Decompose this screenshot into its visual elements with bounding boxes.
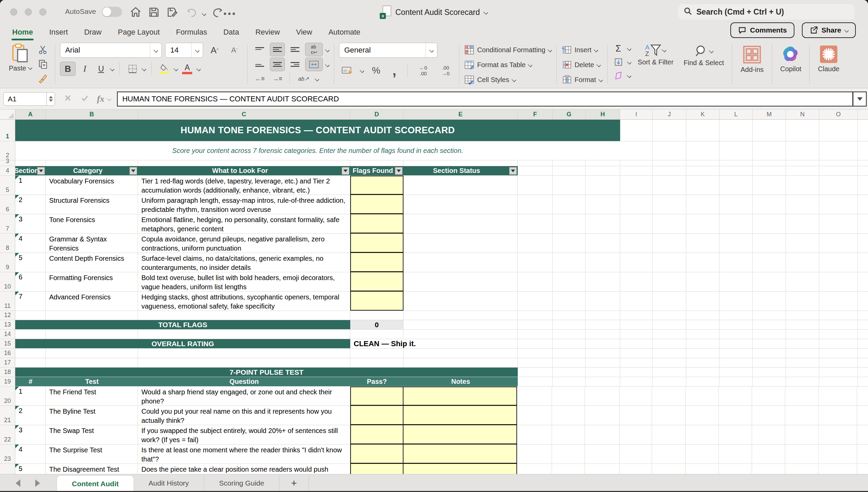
empty-cell[interactable] [553, 253, 586, 272]
close-window-button[interactable] [10, 8, 17, 16]
empty-cell[interactable] [653, 253, 686, 272]
empty-cell[interactable] [719, 425, 752, 444]
empty-cell[interactable] [653, 195, 686, 214]
col-header-N[interactable]: N [786, 110, 819, 119]
empty-cell[interactable] [653, 272, 686, 291]
empty-cell[interactable] [350, 330, 403, 339]
empty-cell[interactable] [719, 349, 753, 358]
empty-cell[interactable] [620, 141, 653, 160]
copilot-button[interactable]: Copilot [777, 45, 805, 86]
empty-cell[interactable] [818, 445, 857, 464]
empty-cell[interactable] [553, 166, 586, 175]
header-pass[interactable]: Pass? [350, 377, 403, 386]
empty-cell[interactable] [819, 292, 858, 311]
empty-cell[interactable] [686, 320, 719, 329]
row-header-12[interactable]: 12 [0, 311, 15, 320]
row-header-8[interactable]: 8 [0, 234, 15, 253]
question-cell[interactable]: Does the piece take a clear position som… [138, 464, 350, 474]
empty-cell[interactable] [686, 120, 719, 141]
empty-cell[interactable] [753, 195, 786, 214]
empty-cell[interactable] [620, 358, 653, 367]
test-name-cell[interactable]: The Byline Test [46, 406, 138, 425]
empty-cell[interactable] [752, 445, 785, 464]
empty-cell[interactable] [819, 141, 858, 160]
empty-cell[interactable] [619, 406, 652, 425]
empty-cell[interactable] [653, 377, 686, 386]
empty-cell[interactable] [586, 377, 620, 386]
empty-cell[interactable] [350, 349, 403, 358]
prev-sheet-icon[interactable] [16, 479, 20, 487]
empty-cell[interactable] [15, 349, 46, 358]
empty-cell[interactable] [719, 387, 752, 406]
accounting-format-icon[interactable]: co [339, 64, 355, 77]
formula-input[interactable]: HUMAN TONE FORENSICS — CONTENT AUDIT SCO… [117, 92, 853, 106]
empty-cell[interactable] [620, 234, 653, 253]
empty-cell[interactable] [819, 320, 858, 329]
empty-cell[interactable] [858, 349, 868, 358]
comments-button[interactable]: Comments [730, 22, 794, 38]
empty-cell[interactable] [719, 166, 753, 175]
col-header-B[interactable]: B [46, 110, 138, 119]
empty-cell[interactable] [653, 120, 686, 141]
empty-cell[interactable] [753, 214, 786, 233]
empty-cell[interactable] [585, 425, 619, 444]
empty-cell[interactable] [138, 330, 350, 339]
row-header-20[interactable]: 20 [0, 387, 15, 406]
empty-cell[interactable] [719, 253, 753, 272]
grow-font-icon[interactable]: A^ [206, 43, 223, 57]
empty-cell[interactable] [652, 406, 686, 425]
tab-page-layout[interactable]: Page Layout [117, 26, 161, 38]
empty-cell[interactable] [619, 425, 652, 444]
filter-dropdown-icon[interactable] [509, 167, 517, 175]
empty-cell[interactable] [786, 292, 819, 311]
empty-cell[interactable] [686, 292, 719, 311]
align-right-icon[interactable] [288, 58, 302, 71]
empty-cell[interactable] [719, 292, 753, 311]
category-cell[interactable]: Tone Forensics [46, 214, 138, 233]
empty-cell[interactable] [653, 311, 686, 320]
empty-cell[interactable] [858, 272, 868, 291]
question-cell[interactable]: Would a sharp friend stay engaged, or zo… [138, 387, 350, 406]
overall-rating-label-cell[interactable]: OVERALL RATING [15, 339, 350, 348]
search-input[interactable]: Search (Cmd + Ctrl + U) [678, 4, 854, 20]
empty-cell[interactable] [517, 445, 552, 464]
empty-cell[interactable] [586, 176, 620, 195]
empty-cell[interactable] [653, 234, 686, 253]
row-header-4[interactable]: 4 [0, 166, 15, 175]
empty-cell[interactable] [719, 120, 753, 141]
empty-cell[interactable] [585, 464, 619, 474]
empty-cell[interactable] [818, 406, 857, 425]
autosum-chevron-icon[interactable] [627, 46, 631, 51]
empty-cell[interactable] [753, 320, 786, 329]
save-icon[interactable] [148, 6, 160, 18]
empty-cell[interactable] [620, 176, 653, 195]
empty-cell[interactable] [858, 339, 868, 348]
empty-cell[interactable] [753, 176, 786, 195]
font-name-select[interactable]: Arial [60, 43, 162, 58]
empty-cell[interactable] [553, 339, 586, 348]
empty-cell[interactable] [586, 195, 620, 214]
format-cells-button[interactable]: Format [561, 75, 602, 85]
empty-cell[interactable] [586, 349, 620, 358]
empty-cell[interactable] [819, 234, 858, 253]
empty-cell[interactable] [653, 368, 686, 377]
empty-cell[interactable] [819, 339, 858, 348]
home-icon[interactable] [130, 6, 142, 18]
empty-cell[interactable] [753, 358, 786, 367]
test-number-cell[interactable]: 2 [15, 406, 46, 425]
empty-cell[interactable] [552, 464, 585, 474]
empty-cell[interactable] [518, 377, 553, 386]
bold-button[interactable]: B [60, 62, 76, 76]
empty-cell[interactable] [585, 387, 619, 406]
align-top-icon[interactable] [252, 43, 267, 56]
empty-cell[interactable] [518, 166, 553, 175]
empty-cell[interactable] [686, 311, 719, 320]
empty-cell[interactable] [586, 214, 620, 233]
header-question[interactable]: Question [138, 377, 350, 386]
undo-menu-chevron[interactable] [202, 11, 206, 17]
empty-cell[interactable] [857, 425, 867, 444]
autosum-icon[interactable]: Σ [612, 43, 625, 54]
header-category[interactable]: Category [46, 166, 138, 175]
empty-cell[interactable] [786, 253, 819, 272]
empty-cell[interactable] [719, 320, 753, 329]
